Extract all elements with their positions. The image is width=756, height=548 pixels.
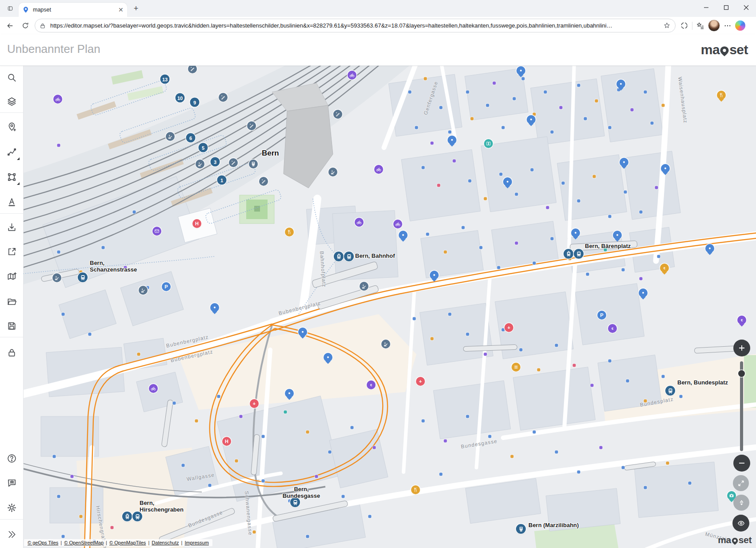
map-marker-escalator-icon[interactable] (139, 286, 148, 295)
zoom-out-button[interactable] (733, 455, 750, 472)
map-marker-label-icon[interactable]: P (597, 311, 606, 320)
stop-label[interactable]: Bern, Bahnhof (355, 252, 395, 259)
map-marker-spot-icon[interactable] (613, 231, 622, 240)
platform-number-badge[interactable]: 10 (176, 93, 185, 103)
platform-number-badge[interactable]: 3 (211, 157, 220, 167)
extensions-icon[interactable] (680, 21, 688, 30)
map-marker-spot-icon[interactable] (324, 353, 332, 362)
url-input[interactable] (49, 22, 663, 29)
map-marker-spot-icon[interactable] (661, 164, 670, 173)
map-marker-food-icon[interactable] (285, 228, 294, 236)
browser-tab[interactable]: mapset ✕ (19, 3, 127, 17)
map-marker-spot-icon[interactable] (571, 228, 580, 237)
attribution-link[interactable]: © OpenStreetMap (64, 540, 104, 545)
map-marker-mail-icon[interactable] (152, 227, 161, 236)
stop-label[interactable]: Bern, Bärenplatz (585, 243, 631, 249)
map-marker-stairs-icon[interactable] (219, 93, 228, 102)
platform-number-badge[interactable]: 5 (199, 143, 208, 152)
map-marker-stairs-icon[interactable] (229, 158, 238, 167)
map-marker-label-icon[interactable]: + (416, 377, 425, 386)
new-tab-button[interactable]: + (130, 2, 142, 15)
stop-tram-icon[interactable] (564, 249, 573, 259)
window-close-button[interactable] (736, 0, 756, 15)
map-marker-escalator-icon[interactable] (52, 273, 61, 282)
attribution-link[interactable]: © geOps Tiles (28, 540, 58, 545)
stop-label[interactable]: Bern,Bundesgasse (275, 486, 328, 500)
sidebar-tool-download[interactable] (2, 217, 21, 237)
stop-bus-icon[interactable] (78, 272, 88, 282)
attribution-link[interactable]: Datenschutz (152, 540, 179, 545)
map-marker-spot-icon[interactable] (503, 177, 512, 186)
sort-order-button[interactable] (733, 495, 749, 511)
map-marker-bike-icon[interactable] (374, 165, 383, 174)
sidebar-tool-add-map[interactable] (2, 267, 21, 286)
sidebar-tool-draw-line[interactable] (2, 142, 21, 162)
stop-tram-icon[interactable] (122, 512, 132, 521)
favorite-star-icon[interactable] (663, 22, 671, 29)
map-marker-menu-icon[interactable] (512, 363, 520, 372)
map-marker-stairs-icon[interactable] (259, 177, 268, 186)
zoom-in-button[interactable] (733, 340, 750, 356)
map-marker-spot-icon[interactable] (616, 80, 625, 88)
tab-workspaces-icon[interactable] (4, 3, 16, 14)
map-marker-spot-icon[interactable] (430, 271, 439, 280)
map-marker-label-icon[interactable]: H (192, 219, 201, 228)
sidebar-tool-settings[interactable] (2, 498, 21, 517)
profile-avatar[interactable] (708, 20, 720, 32)
map-marker-spot-icon[interactable] (399, 231, 408, 240)
url-bar[interactable] (35, 19, 676, 32)
map-marker-stairs-icon[interactable] (247, 121, 256, 130)
map-marker-bike-icon[interactable] (149, 384, 158, 393)
map-marker-bike-icon[interactable] (53, 95, 62, 104)
map-marker-bike-icon[interactable] (348, 71, 356, 80)
map-marker-stairs-icon[interactable] (333, 110, 342, 119)
sidebar-tool-expand[interactable] (2, 524, 21, 544)
map-marker-food-icon[interactable] (717, 91, 726, 100)
map-marker-bike-icon[interactable] (393, 220, 402, 228)
map-marker-spot-icon[interactable] (639, 288, 648, 297)
tab-close-icon[interactable]: ✕ (116, 6, 124, 14)
map-marker-book-icon[interactable] (484, 139, 493, 148)
visibility-toggle-button[interactable] (732, 515, 749, 532)
refresh-icon[interactable] (19, 19, 32, 32)
map-marker-label-icon[interactable]: P (162, 282, 171, 291)
sidebar-tool-open[interactable] (2, 292, 21, 311)
stop-bus-icon[interactable] (665, 386, 675, 396)
map-marker-escalator-icon[interactable] (360, 282, 368, 291)
map-canvas[interactable]: €€€HH+++€PP Bern131096531Bern, BahnhofBe… (23, 65, 756, 548)
sidebar-tool-add-stop[interactable] (2, 117, 21, 136)
map-marker-spot-icon[interactable] (285, 389, 294, 398)
map-marker-spot-icon[interactable] (210, 303, 219, 312)
map-marker-label-icon[interactable]: + (250, 399, 259, 408)
stop-label[interactable]: Bern, Bundesplatz (677, 379, 728, 386)
sidebar-tool-lock[interactable] (2, 343, 21, 362)
map-marker-euro-icon[interactable]: € (737, 316, 746, 324)
window-minimize-button[interactable] (696, 0, 716, 15)
favorites-list-icon[interactable] (696, 21, 704, 30)
map-marker-spot-icon[interactable] (516, 66, 525, 75)
map-marker-food-icon[interactable] (411, 485, 420, 494)
sidebar-tool-select-shape[interactable] (2, 167, 21, 187)
sidebar-tool-share[interactable] (2, 242, 21, 261)
map-marker-euro-icon[interactable]: € (367, 380, 376, 389)
map-marker-spot-icon[interactable] (298, 328, 307, 336)
map-marker-label-icon[interactable]: + (504, 323, 513, 332)
stop-label[interactable]: Bern,Schanzenstrasse (90, 260, 137, 273)
stop-bus-icon[interactable] (574, 249, 584, 259)
sidebar-tool-help[interactable] (2, 448, 21, 468)
map-marker-label-icon[interactable]: H (222, 437, 231, 446)
map-marker-escalator-icon[interactable] (166, 132, 175, 141)
back-icon[interactable] (4, 19, 17, 32)
map-marker-spot-icon[interactable] (620, 158, 628, 167)
stop-label[interactable]: Bern (Marzilibahn) (528, 522, 579, 528)
window-maximize-button[interactable] (716, 0, 736, 15)
map-marker-euro-icon[interactable]: € (608, 324, 617, 333)
plan-title-input[interactable]: Unbenannter Plan (7, 42, 100, 56)
map-marker-escalator-icon[interactable] (381, 340, 390, 348)
sidebar-tool-feedback[interactable] (2, 473, 21, 492)
map-marker-euro-icon[interactable]: € (660, 264, 669, 272)
map-marker-escalator-icon[interactable] (196, 160, 204, 168)
copilot-icon[interactable] (735, 20, 745, 31)
map-marker-spot-icon[interactable] (527, 115, 536, 124)
platform-number-badge[interactable]: 9 (190, 98, 200, 107)
